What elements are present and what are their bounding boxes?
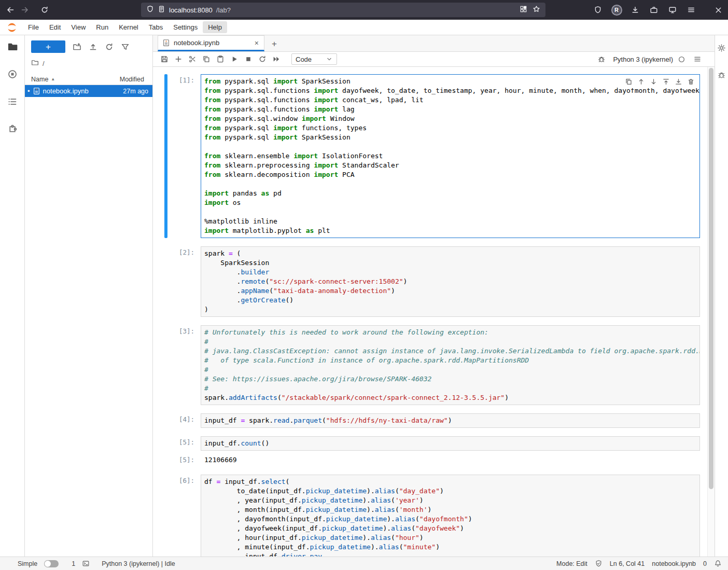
tab-notebook[interactable]: notebook.ipynb ×	[158, 35, 264, 51]
table-of-contents-icon[interactable]	[5, 94, 20, 109]
cell-editor[interactable]: # Unfortunately this is needed to work a…	[201, 325, 700, 405]
home-folder-icon[interactable]	[31, 59, 39, 68]
debugger-sidebar-bug-icon[interactable]	[716, 68, 728, 81]
cell-input-prompt: [2]:	[167, 246, 201, 317]
cell-editor[interactable]: input_df.count()	[201, 436, 700, 451]
file-row-notebook[interactable]: • notebook.ipynb 27m ago	[25, 85, 152, 97]
menu-tabs[interactable]: Tabs	[144, 21, 168, 33]
cell-input-prompt: [4]:	[167, 413, 201, 428]
duplicate-cell-icon[interactable]	[623, 76, 634, 87]
filter-icon[interactable]	[120, 42, 130, 51]
extensions-puzzle-icon[interactable]	[5, 122, 20, 136]
insert-cell-below-icon[interactable]	[673, 76, 684, 87]
notebook-scrollbar[interactable]	[707, 67, 715, 557]
tracking-shield-icon[interactable]	[146, 5, 154, 15]
insert-cell-above-icon[interactable]	[661, 76, 671, 87]
notebook-panel[interactable]: [1]:from pyspark.sql import SparkSession…	[153, 67, 715, 557]
notification-count[interactable]: 0	[703, 560, 707, 567]
containers-grid-icon[interactable]	[520, 5, 527, 15]
cell-editor[interactable]: from pyspark.sql import SparkSessionfrom…	[201, 74, 700, 238]
cell-input-prompt: [3]:	[167, 325, 201, 405]
page-info-icon[interactable]	[158, 5, 165, 15]
forward-icon[interactable]	[18, 3, 32, 17]
notebook-cell[interactable]: [2]:spark = ( SparkSession .builder .rem…	[153, 246, 715, 317]
file-browser-folder-icon[interactable]	[5, 39, 20, 54]
cell-toolbar	[622, 75, 697, 88]
scrollbar-thumb[interactable]	[709, 68, 713, 489]
new-launcher-button[interactable]: +	[31, 40, 65, 53]
bell-icon[interactable]	[714, 560, 722, 567]
menu-settings[interactable]: Settings	[168, 21, 203, 33]
running-sessions-icon[interactable]	[5, 67, 20, 81]
delete-cell-icon[interactable]	[685, 76, 696, 87]
upload-icon[interactable]	[88, 42, 97, 51]
close-window-icon[interactable]	[711, 3, 725, 17]
column-header-modified[interactable]: Modified	[120, 76, 144, 83]
move-cell-up-icon[interactable]	[636, 76, 647, 87]
cell-input-prompt: [1]:	[167, 74, 201, 238]
notebook-cell[interactable]: [1]:from pyspark.sql import SparkSession…	[153, 74, 715, 238]
jupyter-menubar: File Edit View Run Kernel Tabs Settings …	[0, 20, 728, 35]
cursor-position[interactable]: Ln 6, Col 41	[610, 560, 645, 567]
file-browser-panel: + / Name ▲ Modified •	[25, 35, 153, 557]
bookmark-star-icon[interactable]	[533, 5, 540, 15]
copy-cell-icon[interactable]	[199, 53, 213, 65]
new-tab-icon[interactable]: +	[267, 37, 282, 51]
notebook-cell[interactable]: [5]:input_df.count()	[153, 436, 715, 451]
debugger-bug-icon[interactable]	[594, 53, 608, 65]
notebook-cell[interactable]: [3]:# Unfortunately this is needed to wo…	[153, 325, 715, 405]
cell-output-prompt: [5]:	[167, 454, 201, 466]
kernel-count[interactable]: 1	[72, 560, 75, 567]
back-icon[interactable]	[3, 3, 18, 17]
cell-editor[interactable]: input_df = spark.read.parquet("hdfs://hd…	[201, 413, 700, 428]
cell-output-text: 12106669	[201, 454, 237, 466]
restart-kernel-icon[interactable]	[255, 53, 269, 65]
account-avatar[interactable]: R	[609, 3, 624, 17]
cell-editor[interactable]: df = input_df.select( to_date(input_df.p…	[201, 475, 700, 557]
breadcrumb: /	[43, 60, 45, 67]
terminals-kernels-icon[interactable]	[82, 560, 90, 567]
run-cell-icon[interactable]	[227, 53, 241, 65]
cell-type-select[interactable]: Code	[291, 53, 337, 65]
cell-editor[interactable]: spark = ( SparkSession .builder .remote(…	[201, 246, 700, 317]
menu-edit[interactable]: Edit	[44, 21, 66, 33]
save-icon[interactable]	[157, 53, 171, 65]
menu-file[interactable]: File	[23, 21, 44, 33]
notebook-file-icon	[162, 39, 170, 47]
toggle-knob	[45, 561, 51, 567]
move-cell-down-icon[interactable]	[648, 76, 659, 87]
menu-run[interactable]: Run	[91, 21, 114, 33]
menu-view[interactable]: View	[66, 21, 91, 33]
app-menu-icon[interactable]	[684, 3, 698, 17]
notebook-cell[interactable]: [6]:df = input_df.select( to_date(input_…	[153, 475, 715, 557]
paste-cell-icon[interactable]	[213, 53, 227, 65]
notebook-cell[interactable]: [4]:input_df = spark.read.parquet("hdfs:…	[153, 413, 715, 428]
column-header-name[interactable]: Name	[31, 76, 48, 83]
url-bar[interactable]: localhost:8080/lab?	[141, 3, 545, 17]
stop-kernel-icon[interactable]	[241, 53, 255, 65]
toolbox-icon[interactable]	[647, 3, 661, 17]
cut-cell-icon[interactable]	[185, 53, 199, 65]
tab-close-icon[interactable]: ×	[254, 39, 260, 47]
privacy-shield-icon[interactable]	[591, 3, 605, 17]
menu-kernel[interactable]: Kernel	[114, 21, 144, 33]
menu-help[interactable]: Help	[203, 21, 227, 33]
kernel-status-text[interactable]: Python 3 (ipykernel) | Idle	[102, 560, 175, 567]
simple-mode-label: Simple	[18, 560, 37, 567]
restart-run-all-icon[interactable]	[269, 53, 283, 65]
devices-icon[interactable]	[665, 3, 680, 17]
reload-icon[interactable]	[37, 3, 52, 17]
downloads-icon[interactable]	[628, 3, 642, 17]
kernel-idle-circle-icon	[678, 55, 685, 63]
property-inspector-gear-icon[interactable]	[716, 41, 728, 54]
cell-list: [1]:from pyspark.sql import SparkSession…	[153, 74, 715, 557]
url-path: /lab?	[216, 6, 231, 14]
sort-ascending-icon: ▲	[51, 77, 55, 81]
toolbar-menu-icon[interactable]	[690, 53, 704, 65]
refresh-icon[interactable]	[104, 42, 114, 51]
insert-cell-icon[interactable]	[171, 53, 185, 65]
simple-mode-toggle[interactable]	[44, 560, 59, 567]
new-folder-icon[interactable]	[72, 42, 81, 51]
notebook-toolbar: Code Python 3 (ipykernel)	[153, 52, 715, 67]
kernel-name[interactable]: Python 3 (ipykernel)	[613, 55, 673, 63]
